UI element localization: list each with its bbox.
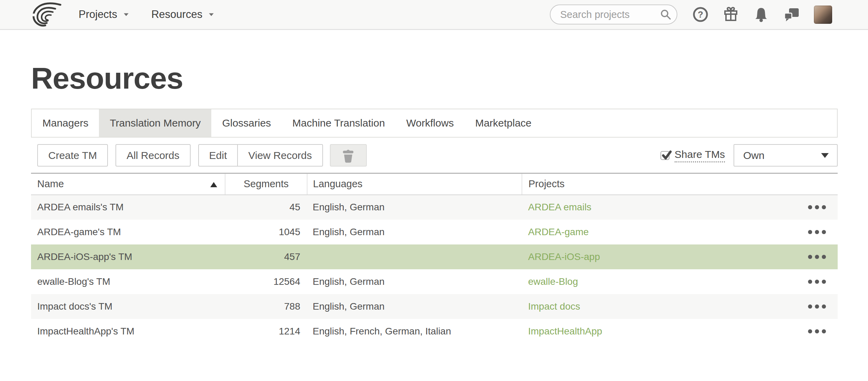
project-link[interactable]: ARDEA emails: [528, 202, 592, 212]
tm-segments-cell: 1045: [225, 220, 307, 244]
user-avatar[interactable]: [814, 6, 832, 24]
view-records-button[interactable]: View Records: [237, 145, 322, 166]
edit-button[interactable]: Edit: [199, 145, 238, 166]
tm-table-row[interactable]: ImpactHealthApp's TM1214English, French,…: [31, 319, 838, 344]
column-header-projects[interactable]: Projects: [522, 173, 796, 195]
tm-table-row[interactable]: Impact docs's TM788English, GermanImpact…: [31, 294, 838, 319]
column-header-actions: [796, 173, 838, 195]
nav-projects-menu[interactable]: Projects: [79, 8, 130, 21]
svg-text:?: ?: [698, 9, 703, 20]
tm-languages-cell: English, German: [307, 195, 522, 220]
tm-languages-cell: [307, 244, 522, 269]
select-caret-icon: [821, 153, 829, 158]
tm-segments-cell: 1214: [225, 319, 307, 344]
project-link[interactable]: ImpactHealthApp: [528, 326, 602, 337]
tm-project-cell: ARDEA-iOS-app: [522, 244, 796, 269]
tm-segments-cell: 457: [225, 244, 307, 269]
logo-notch: [32, 13, 37, 16]
create-tm-button[interactable]: Create TM: [37, 144, 108, 167]
tm-name-cell: ARDEA-game's TM: [31, 220, 225, 244]
share-tms-checkbox[interactable]: [660, 151, 669, 160]
row-actions-menu-icon[interactable]: [796, 294, 838, 319]
project-link[interactable]: ewalle-Blog: [528, 276, 578, 287]
nav-projects-label: Projects: [79, 8, 117, 21]
row-actions-menu-icon[interactable]: [796, 195, 838, 220]
nav-resources-label: Resources: [151, 8, 202, 21]
tm-project-cell: ewalle-Blog: [522, 269, 796, 294]
row-actions-menu-icon[interactable]: [796, 244, 838, 269]
tm-table-body: ARDEA emails's TM45English, GermanARDEA …: [31, 195, 838, 344]
tm-name-cell: Impact docs's TM: [31, 294, 225, 319]
chevron-down-icon: [209, 13, 214, 16]
edit-view-button-group: Edit View Records: [198, 144, 323, 167]
tab-workflows[interactable]: Workflows: [396, 109, 465, 137]
tm-project-cell: ARDEA-game: [522, 220, 796, 244]
chevron-down-icon: [124, 13, 129, 16]
tm-table: Name Segments Languages Projects ARDEA e…: [31, 173, 838, 344]
row-actions-menu-icon[interactable]: [796, 220, 838, 244]
tab-translation-memory[interactable]: Translation Memory: [99, 109, 211, 137]
help-icon[interactable]: ?: [693, 7, 708, 22]
tab-machine-translation[interactable]: Machine Translation: [282, 109, 395, 137]
tm-segments-cell: 788: [225, 294, 307, 319]
tm-languages-cell: English, German: [307, 294, 522, 319]
gift-icon[interactable]: [723, 7, 739, 22]
tm-languages-cell: English, German: [307, 220, 522, 244]
nav-right-cluster: ?: [550, 4, 832, 24]
tm-project-cell: ARDEA emails: [522, 195, 796, 220]
column-header-languages[interactable]: Languages: [307, 173, 522, 195]
delete-tm-button[interactable]: [330, 144, 367, 167]
tm-languages-cell: English, French, German, Italian: [307, 319, 522, 344]
project-link[interactable]: ARDEA-game: [528, 227, 589, 237]
column-header-segments[interactable]: Segments: [225, 173, 307, 195]
tm-segments-cell: 45: [225, 195, 307, 220]
project-link[interactable]: Impact docs: [528, 301, 580, 312]
tm-scope-select[interactable]: Own: [734, 144, 838, 167]
tm-languages-cell: English, German: [307, 269, 522, 294]
column-header-name[interactable]: Name: [31, 173, 225, 195]
tm-name-cell: ARDEA emails's TM: [31, 195, 225, 220]
messages-icon[interactable]: [784, 7, 799, 22]
trash-icon: [340, 147, 357, 164]
project-link[interactable]: ARDEA-iOS-app: [528, 251, 600, 262]
page-title: Resources: [31, 63, 838, 93]
tab-marketplace[interactable]: Marketplace: [464, 109, 542, 137]
tm-name-cell: ARDEA-iOS-app's TM: [31, 244, 225, 269]
tm-name-cell: ewalle-Blog's TM: [31, 269, 225, 294]
tm-table-row[interactable]: ARDEA-iOS-app's TM457ARDEA-iOS-app: [31, 244, 838, 269]
tm-toolbar: Create TM All Records Edit View Records …: [31, 144, 838, 167]
all-records-button[interactable]: All Records: [115, 144, 190, 167]
tm-scope-value: Own: [743, 150, 765, 161]
tm-project-cell: ImpactHealthApp: [522, 319, 796, 344]
resource-tabs: ManagersTranslation MemoryGlossariesMach…: [31, 109, 838, 138]
tab-glossaries[interactable]: Glossaries: [211, 109, 282, 137]
tm-table-row[interactable]: ARDEA-game's TM1045English, GermanARDEA-…: [31, 220, 838, 244]
share-tms-label[interactable]: Share TMs: [675, 149, 725, 162]
sort-ascending-icon[interactable]: [210, 182, 217, 187]
tm-table-row[interactable]: ARDEA emails's TM45English, GermanARDEA …: [31, 195, 838, 220]
row-actions-menu-icon[interactable]: [796, 319, 838, 344]
nav-resources-menu[interactable]: Resources: [151, 8, 215, 21]
tm-segments-cell: 12564: [225, 269, 307, 294]
search-icon[interactable]: [660, 9, 671, 20]
checkmark-icon: [662, 150, 672, 161]
toolbar-right: Share TMs Own: [660, 144, 838, 167]
tm-table-row[interactable]: ewalle-Blog's TM12564English, Germanewal…: [31, 269, 838, 294]
search-input[interactable]: [550, 4, 677, 24]
notifications-icon[interactable]: [753, 7, 769, 22]
tm-project-cell: Impact docs: [522, 294, 796, 319]
top-navigation: Projects Resources ?: [0, 0, 868, 30]
tm-table-header-row: Name Segments Languages Projects: [31, 173, 838, 195]
tab-managers[interactable]: Managers: [32, 109, 99, 137]
row-actions-menu-icon[interactable]: [796, 269, 838, 294]
app-logo-icon[interactable]: [31, 2, 61, 27]
project-search: [550, 4, 677, 24]
tm-name-cell: ImpactHealthApp's TM: [31, 319, 225, 344]
main-content: Resources ManagersTranslation MemoryGlos…: [0, 63, 868, 344]
